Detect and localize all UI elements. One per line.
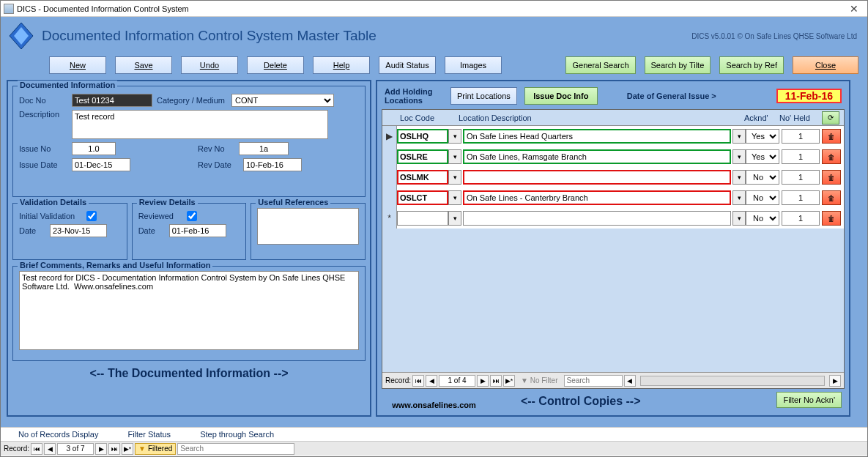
loc-code-input[interactable]	[397, 149, 448, 164]
col-acknd: Acknd'	[741, 114, 776, 122]
filter-no-ackn-button[interactable]: Filter No Ackn'	[776, 392, 842, 408]
delete-button[interactable]: Delete	[247, 56, 304, 74]
app-body: Documented Information Control System Ma…	[1, 17, 867, 427]
grid-record-nav: Record: ⏮ ◀ ▶ ⏭ ▶* ▼ No Filter ◀ ▶	[382, 372, 844, 388]
grid-nav-new-button[interactable]: ▶*	[503, 375, 515, 387]
issuedate-input[interactable]	[72, 158, 130, 171]
loc-desc-input[interactable]	[463, 190, 731, 205]
grid-hscroll[interactable]	[640, 376, 826, 386]
delete-row-button[interactable]: 🗑	[822, 149, 841, 164]
acknd-select[interactable]: No	[746, 190, 779, 205]
app-window: DICS - Documented Information Control Sy…	[0, 0, 868, 457]
row-selector[interactable]	[382, 146, 397, 167]
help-button[interactable]: Help	[313, 56, 370, 74]
loc-desc-input[interactable]	[463, 129, 731, 144]
save-button[interactable]: Save	[115, 56, 172, 74]
grid-scroll-left-button[interactable]: ◀	[624, 375, 636, 387]
loc-desc-dropdown[interactable]: ▾	[732, 149, 746, 164]
validation-date-input[interactable]	[50, 224, 107, 237]
loc-code-input[interactable]	[397, 170, 448, 185]
no-held-input[interactable]	[782, 149, 820, 164]
revdate-label: Rev Date	[198, 160, 239, 169]
loc-desc-input[interactable]	[463, 170, 731, 185]
no-held-input[interactable]	[782, 170, 820, 185]
main-nav-prev-button[interactable]: ◀	[44, 443, 56, 455]
grid-nav-prev-button[interactable]: ◀	[426, 375, 437, 387]
useful-refs-input[interactable]	[257, 208, 359, 245]
grid-refresh-button[interactable]: ⟳	[822, 111, 839, 125]
loc-desc-dropdown[interactable]: ▾	[732, 170, 746, 185]
grid-nav-last-button[interactable]: ⏭	[490, 375, 502, 387]
grid-nav-next-button[interactable]: ▶	[477, 375, 489, 387]
window-close-icon[interactable]: ✕	[844, 3, 864, 15]
docno-input[interactable]	[72, 94, 152, 107]
category-label: Category / Medium	[157, 96, 227, 105]
loc-code-dropdown[interactable]: ▾	[448, 190, 461, 205]
search-by-ref-button[interactable]: Search by Ref	[719, 56, 784, 74]
main-nav-position[interactable]	[57, 443, 94, 455]
review-date-input[interactable]	[169, 224, 226, 237]
filtered-indicator[interactable]: ▼Filtered	[135, 443, 176, 455]
images-button[interactable]: Images	[445, 56, 502, 74]
loc-code-dropdown[interactable]: ▾	[448, 129, 461, 144]
location-row: ▾▾No🗑	[382, 167, 844, 187]
delete-row-button[interactable]: 🗑	[822, 190, 841, 205]
col-no-held: No' Held	[776, 114, 819, 122]
no-held-input[interactable]	[782, 129, 820, 144]
acknd-select[interactable]: Yes	[746, 149, 779, 164]
main-search-input[interactable]	[177, 443, 294, 455]
comments-input[interactable]: Test record for DICS - Documentation Inf…	[19, 271, 359, 350]
revdate-input[interactable]	[243, 158, 302, 171]
loc-code-input[interactable]	[397, 129, 448, 144]
new-button[interactable]: New	[49, 56, 106, 74]
description-input[interactable]: Test record	[72, 110, 328, 139]
reviewed-label: Reviewed	[138, 212, 182, 220]
loc-desc-dropdown[interactable]: ▾	[732, 129, 746, 144]
issue-doc-info-button[interactable]: Issue Doc Info	[524, 87, 598, 105]
row-selector-new[interactable]: *	[382, 208, 397, 228]
undo-button[interactable]: Undo	[181, 56, 238, 74]
main-nav-new-button[interactable]: ▶*	[122, 443, 133, 455]
app-icon	[4, 4, 14, 14]
row-selector[interactable]	[382, 167, 397, 187]
delete-row-button[interactable]: 🗑	[822, 211, 841, 226]
delete-row-button[interactable]: 🗑	[822, 170, 841, 185]
audit-status-button[interactable]: Audit Status	[379, 56, 436, 74]
loc-code-dropdown[interactable]: ▾	[448, 170, 461, 185]
loc-code-dropdown[interactable]: ▾	[448, 149, 461, 164]
main-nav-last-button[interactable]: ⏭	[108, 443, 120, 455]
general-search-button[interactable]: General Search	[565, 56, 635, 74]
issuedate-label: Issue Date	[19, 160, 67, 169]
loc-desc-input[interactable]	[463, 149, 731, 164]
initial-validation-checkbox[interactable]	[86, 211, 97, 221]
left-section-label: <-- The Documented Information -->	[12, 367, 366, 380]
loc-code-dropdown[interactable]: ▾	[448, 211, 461, 226]
category-select[interactable]: CONT	[231, 94, 334, 107]
acknd-select[interactable]: No	[746, 170, 779, 185]
no-held-input[interactable]	[782, 211, 820, 226]
main-nav-first-button[interactable]: ⏮	[31, 443, 42, 455]
main-nav-next-button[interactable]: ▶	[95, 443, 107, 455]
grid-search-input[interactable]	[564, 375, 623, 387]
row-selector[interactable]: ▶	[382, 126, 397, 146]
revno-input[interactable]	[239, 142, 289, 155]
acknd-select[interactable]: Yes	[746, 129, 779, 144]
no-held-input[interactable]	[782, 190, 820, 205]
loc-desc-dropdown[interactable]: ▾	[732, 211, 746, 226]
loc-desc-input[interactable]	[463, 211, 731, 226]
close-button[interactable]: Close	[793, 56, 858, 74]
acknd-select[interactable]: No	[746, 211, 779, 226]
row-selector[interactable]	[382, 187, 397, 208]
grid-nav-position[interactable]	[439, 375, 475, 387]
locations-grid: Loc Code Location Description Acknd' No'…	[382, 109, 845, 389]
grid-nav-first-button[interactable]: ⏮	[412, 375, 424, 387]
loc-code-input[interactable]	[397, 190, 448, 205]
loc-code-input[interactable]	[397, 211, 448, 226]
issueno-input[interactable]	[72, 142, 116, 155]
grid-scroll-right-button[interactable]: ▶	[829, 375, 841, 387]
search-by-title-button[interactable]: Search by Tilte	[645, 56, 711, 74]
delete-row-button[interactable]: 🗑	[822, 129, 841, 144]
reviewed-checkbox[interactable]	[187, 211, 197, 221]
loc-desc-dropdown[interactable]: ▾	[732, 190, 746, 205]
print-locations-button[interactable]: Print Locations	[450, 87, 517, 105]
